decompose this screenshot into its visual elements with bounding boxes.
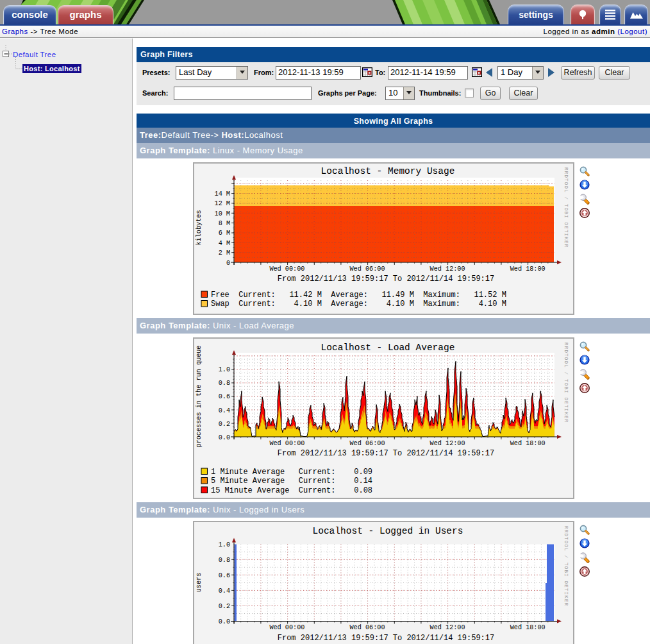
svg-text:6 M: 6 M: [219, 230, 230, 237]
svg-text:Wed 00:00: Wed 00:00: [269, 624, 304, 631]
svg-text:Wed 00:00: Wed 00:00: [269, 266, 304, 273]
svg-text:Wed 06:00: Wed 06:00: [349, 440, 385, 447]
svg-text:Wed 00:00: Wed 00:00: [269, 440, 304, 447]
svg-text:0: 0: [226, 260, 230, 267]
svg-text:From 2012/11/13 19:59:17 To 20: From 2012/11/13 19:59:17 To 2012/11/14 1…: [278, 449, 494, 458]
svg-text:processes in the run queue: processes in the run queue: [196, 346, 203, 448]
svg-text:5 Minute Average Current:: 5 Minute Average Current: 0.14: [211, 477, 372, 486]
svg-text:0.6: 0.6: [219, 393, 230, 400]
svg-text:0.4: 0.4: [219, 407, 230, 414]
svg-text:0.4: 0.4: [219, 588, 230, 595]
svg-text:From 2012/11/13 19:59:17 To 20: From 2012/11/13 19:59:17 To 2012/11/14 1…: [278, 275, 494, 284]
svg-text:1.0: 1.0: [219, 541, 230, 548]
svg-text:0.2: 0.2: [219, 421, 230, 428]
svg-text:0.0: 0.0: [219, 618, 230, 625]
svg-text:Wed 12:00: Wed 12:00: [430, 624, 465, 631]
svg-text:8 M: 8 M: [219, 220, 230, 227]
svg-text:0.0: 0.0: [219, 434, 230, 441]
svg-text:Wed 18:00: Wed 18:00: [510, 624, 546, 631]
svg-text:Localhost - Logged in Users: Localhost - Logged in Users: [313, 526, 463, 536]
svg-text:RRDTOOL / TOBI OETIKER: RRDTOOL / TOBI OETIKER: [563, 343, 569, 423]
svg-text:0.6: 0.6: [219, 572, 230, 579]
svg-text:kilobytes: kilobytes: [196, 210, 203, 245]
svg-text:10 M: 10 M: [215, 210, 230, 217]
svg-text:0.8: 0.8: [219, 557, 230, 564]
svg-text:Wed 06:00: Wed 06:00: [349, 624, 385, 631]
svg-text:Wed 12:00: Wed 12:00: [430, 266, 465, 273]
svg-text:0.8: 0.8: [219, 380, 230, 387]
svg-text:1 Minute Average Current:: 1 Minute Average Current: 0.09: [211, 468, 372, 477]
svg-text:users: users: [196, 573, 203, 593]
svg-text:Free Current: 11.42 M Aver: Free Current: 11.42 M Average: 11.49 M M…: [211, 291, 506, 300]
svg-text:Wed 12:00: Wed 12:00: [430, 440, 465, 447]
svg-text:RRDTOOL / TOBI OETIKER: RRDTOOL / TOBI OETIKER: [563, 526, 569, 606]
svg-text:4 M: 4 M: [219, 240, 230, 247]
svg-text:Wed 18:00: Wed 18:00: [510, 440, 546, 447]
svg-text:Localhost - Load Average: Localhost - Load Average: [321, 343, 455, 353]
svg-text:0.2: 0.2: [219, 603, 230, 610]
svg-text:RRDTOOL / TOBI OETIKER: RRDTOOL / TOBI OETIKER: [563, 167, 569, 248]
svg-text:Localhost - Memory Usage: Localhost - Memory Usage: [321, 166, 455, 176]
svg-text:1.0: 1.0: [219, 366, 230, 373]
svg-text:12 M: 12 M: [215, 200, 230, 207]
svg-text:Wed 18:00: Wed 18:00: [510, 266, 546, 273]
svg-text:Wed 06:00: Wed 06:00: [349, 266, 385, 273]
svg-text:From 2012/11/13 19:59:17 To 20: From 2012/11/13 19:59:17 To 2012/11/14 1…: [278, 634, 494, 643]
svg-text:2 M: 2 M: [219, 250, 230, 257]
svg-text:Swap Current: 4.10 M Aver: Swap Current: 4.10 M Average: 4.10 M Max…: [211, 300, 506, 309]
svg-text:15 Minute Average Current:: 15 Minute Average Current: 0.08: [211, 486, 372, 495]
svg-text:14 M: 14 M: [215, 191, 230, 198]
